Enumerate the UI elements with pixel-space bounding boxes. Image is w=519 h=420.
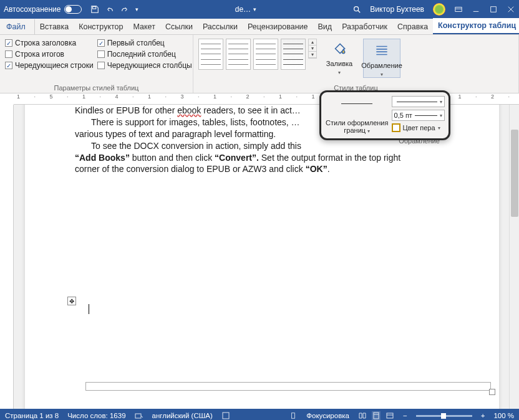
chevron-down-icon[interactable]: ▾ [367,128,370,134]
inserted-table[interactable] [85,382,491,391]
close-icon[interactable] [507,5,515,14]
table-style-thumb[interactable] [281,39,306,70]
zoom-out-button[interactable]: − [403,412,407,419]
chk-total-row[interactable]: Строка итогов [5,50,94,59]
body-text: “Add Books” button and then click “Conve… [75,152,449,164]
borders-icon [373,42,390,59]
language-indicator[interactable]: английский (США) [152,412,213,419]
view-mode-buttons [358,411,394,420]
spelling-error[interactable]: ebook [177,105,201,115]
line-width-combo[interactable]: 0,5 пт▾ [392,110,445,121]
zoom-in-button[interactable]: + [481,412,485,419]
zoom-level[interactable]: 100 % [493,412,514,419]
group-table-style-options: ✓Строка заголовка Строка итогов ✓Чередую… [0,35,193,93]
tab-view[interactable]: Вид [313,19,337,34]
read-mode-icon[interactable] [358,411,367,420]
body-text: corner of the conversion dialog to EPUB … [75,163,449,175]
tab-layout[interactable]: Макет [128,19,160,34]
ribbon: ✓Строка заголовка Строка итогов ✓Чередую… [0,35,519,93]
svg-point-1 [354,7,359,11]
paint-bucket-icon [331,40,348,57]
chk-banded-cols[interactable]: Чередующиеся столбцы [97,61,192,70]
chk-last-col[interactable]: Последний столбец [97,50,192,59]
tab-design[interactable]: Конструктор [74,19,128,34]
scroll-thumb[interactable] [511,130,518,217]
title-center: de… ▾ [138,5,352,14]
chk-label: Последний столбец [107,50,176,59]
tab-help[interactable]: Справка [392,19,433,34]
undo-icon[interactable] [105,5,114,14]
maximize-icon[interactable] [489,5,498,14]
focus-label[interactable]: Фокусировка [306,412,349,419]
avatar[interactable] [433,3,445,16]
autosave-toggle[interactable]: Автосохранение [4,5,82,14]
pen-color-label: Цвет пера [403,124,435,131]
gallery-more-icon[interactable]: ▴▾▾ [308,39,317,59]
tab-developer[interactable]: Разработчик [337,19,392,34]
body-text: To see the DOCX conversion in action, si… [75,140,449,152]
vertical-scrollbar[interactable] [509,105,519,409]
tab-review[interactable]: Рецензирование [243,19,313,34]
options-col-2: ✓Первый столбец Последний столбец Череду… [97,37,192,70]
chk-label: Строка итогов [15,50,64,59]
svg-rect-9 [374,413,379,419]
page-indicator[interactable]: Страница 1 из 8 [5,412,59,419]
print-layout-icon[interactable] [372,411,381,420]
minimize-icon[interactable] [472,5,480,14]
ribbon-display-icon[interactable] [454,5,463,14]
user-name[interactable]: Виктор Бухтеев [370,5,424,14]
svg-rect-10 [387,413,393,418]
borders-button[interactable]: Обрамление ▾ [363,39,400,78]
search-icon[interactable] [352,5,361,14]
zoom-knob[interactable] [441,413,446,419]
chk-header-row[interactable]: ✓Строка заголовка [5,39,94,47]
page-scroll-area[interactable]: Kindles or EPUB for other ebook readers,… [14,105,519,409]
chevron-down-icon: ▾ [381,72,383,77]
chk-label: Строка заголовка [15,39,76,47]
chk-banded-rows[interactable]: ✓Чередующиеся строки [5,61,94,70]
chevron-down-icon: ▾ [440,113,442,118]
line-sample-icon [341,103,372,104]
svg-rect-8 [292,413,295,419]
word-count[interactable]: Число слов: 1639 [67,412,125,419]
focus-mode-icon[interactable] [289,411,298,420]
border-style-preview[interactable]: Стили оформления границ ▾ [325,96,389,135]
chk-label: Чередующиеся столбцы [107,61,192,70]
document-page[interactable]: Kindles or EPUB for other ebook readers,… [25,105,499,409]
toggle-switch-icon[interactable] [64,5,82,14]
web-layout-icon[interactable] [386,411,394,420]
tab-insert[interactable]: Вставка [34,19,74,34]
pen-color-swatch-icon [392,123,400,132]
tab-table-design[interactable]: Конструктор таблиц [433,18,519,34]
status-bar: Страница 1 из 8 Число слов: 1639 английс… [0,409,519,420]
width-value: 0,5 пт [394,112,412,119]
chevron-down-icon: ▾ [338,70,341,75]
pen-color-button[interactable]: Цвет пера ▾ [392,123,445,132]
title-dropdown-icon[interactable]: ▾ [253,6,256,12]
svg-rect-6 [135,414,141,418]
zoom-slider[interactable] [416,415,472,417]
chk-first-col[interactable]: ✓Первый столбец [97,39,192,47]
ribbon-tabs: Файл Вставка Конструктор Макет Ссылки Ра… [0,19,519,35]
macro-icon[interactable] [221,411,230,420]
table-style-thumb[interactable] [226,39,251,70]
shading-button[interactable]: Заливка ▾ [321,37,358,75]
table-style-thumb[interactable] [198,39,223,70]
workspace: Kindles or EPUB for other ebook readers,… [0,105,519,409]
tab-references[interactable]: Ссылки [160,19,198,34]
tab-mailings[interactable]: Рассылки [198,19,243,34]
document-name[interactable]: de… [235,5,251,14]
table-style-thumb[interactable] [253,39,278,70]
tab-file[interactable]: Файл [1,19,31,34]
spellcheck-icon[interactable] [135,411,143,420]
table-resize-handle[interactable] [489,389,495,395]
label: Стили оформления границ [326,119,388,134]
save-icon[interactable] [90,5,99,14]
group-label: Параметры стилей таблиц [5,84,188,93]
table-styles-gallery[interactable]: ▴▾▾ [198,37,317,70]
line-style-combo[interactable]: ▾ [392,96,445,107]
table-move-handle-icon[interactable]: ✥ [67,297,76,305]
border-styles-popup: Стили оформления границ ▾ ▾ 0,5 пт▾ Цвет… [319,90,450,140]
redo-icon[interactable] [120,5,129,14]
vertical-ruler[interactable] [0,105,14,409]
